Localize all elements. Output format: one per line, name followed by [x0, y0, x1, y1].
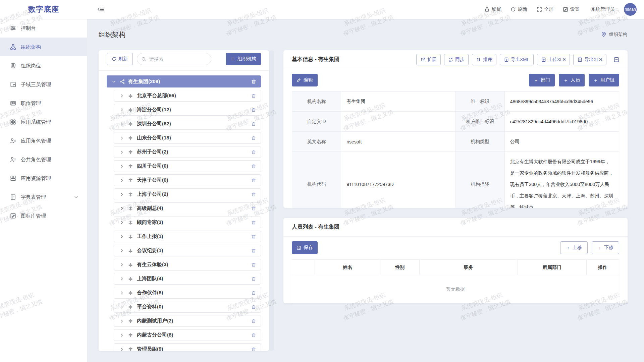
trash-icon[interactable]	[251, 220, 256, 225]
refresh-button[interactable]: 刷新	[107, 53, 133, 65]
drag-icon[interactable]	[128, 234, 133, 239]
sidebar-item[interactable]: 子域三员管理	[0, 75, 87, 94]
trash-icon[interactable]	[251, 305, 256, 309]
sidebar-item[interactable]: 应用系统管理	[0, 113, 87, 131]
header-action[interactable]: 设置	[563, 6, 580, 12]
tree-node[interactable]: 内蒙古分公司(8)	[114, 329, 261, 341]
toolbar-button[interactable]: 上传XLS	[537, 54, 570, 65]
header-action[interactable]: 锁屏	[484, 6, 501, 12]
trash-icon[interactable]	[251, 79, 256, 84]
drag-icon[interactable]	[128, 333, 133, 338]
tree-node[interactable]: 海淀分公司(12)	[114, 104, 261, 116]
tree-node[interactable]: 会议纪要(1)	[114, 245, 261, 256]
tree-node[interactable]: 苏州子公司(2)	[114, 146, 261, 158]
menu-fold-icon[interactable]	[97, 6, 104, 13]
tree-scrollbar[interactable]	[269, 50, 274, 351]
drag-icon[interactable]	[128, 319, 133, 323]
drag-icon[interactable]	[128, 178, 133, 183]
table-header-cell: 操作	[586, 260, 619, 275]
tree-node[interactable]: 四川子公司(0)	[114, 160, 261, 172]
drag-icon[interactable]	[128, 291, 133, 295]
tree-node[interactable]: 顾问专家(3)	[114, 217, 261, 228]
trash-icon[interactable]	[251, 347, 256, 351]
drag-icon[interactable]	[128, 122, 133, 126]
tree-node[interactable]: 合作伙伴(8)	[114, 287, 261, 299]
sidebar-item[interactable]: 字典表管理	[0, 188, 87, 206]
search-input[interactable]	[149, 56, 207, 62]
trash-icon[interactable]	[251, 333, 256, 338]
toolbar-button[interactable]: 同步	[444, 54, 469, 65]
sidebar-item[interactable]: 组织架构	[0, 38, 87, 56]
tree-node[interactable]: 深圳分公司(62)	[114, 118, 261, 130]
tree-node[interactable]: 工作上报(1)	[114, 231, 261, 242]
trash-icon[interactable]	[251, 277, 256, 281]
trash-icon[interactable]	[251, 319, 256, 323]
drag-icon[interactable]	[128, 220, 133, 225]
tree-node[interactable]: 管理员组(9)	[114, 343, 261, 351]
tree-node[interactable]: 高级副总(4)	[114, 202, 261, 214]
header-action[interactable]: 全屏	[537, 6, 553, 12]
move-down-button[interactable]: ↓ 下移	[592, 241, 619, 254]
tree-node[interactable]: 平台资料(0)	[114, 301, 261, 313]
trash-icon[interactable]	[251, 150, 256, 155]
trash-icon[interactable]	[251, 262, 256, 267]
toolbar-button[interactable]: 导出XML	[500, 54, 534, 65]
drag-icon[interactable]	[128, 347, 133, 351]
tree-node[interactable]: 上海团队(4)	[114, 273, 261, 285]
drag-icon[interactable]	[128, 277, 133, 281]
tree-node[interactable]: 山东分公司(18)	[114, 132, 261, 144]
header-action[interactable]: 系统管理员	[589, 6, 614, 12]
toolbar-button[interactable]: 导出XLS	[573, 54, 606, 65]
trash-icon[interactable]	[251, 206, 256, 211]
sidebar-item[interactable]: 控制台	[0, 19, 87, 38]
tree-node[interactable]: 上海子公司(2)	[114, 188, 261, 200]
drag-icon[interactable]	[128, 206, 133, 211]
trash-icon[interactable]	[251, 248, 256, 253]
drag-icon[interactable]	[128, 305, 133, 309]
org-structure-button[interactable]: 组织机构	[226, 53, 261, 65]
tree-node[interactable]: 内蒙测试用户(2)	[114, 315, 261, 327]
sidebar-item[interactable]: 公共角色管理	[0, 150, 87, 169]
sidebar-item[interactable]: 组织岗位	[0, 56, 87, 75]
header-action[interactable]: 刷新	[511, 6, 527, 12]
sidebar-item[interactable]: 应用角色管理	[0, 131, 87, 150]
drag-icon[interactable]	[128, 164, 133, 169]
trash-icon[interactable]	[251, 136, 256, 140]
sidebar-item[interactable]: 职位管理	[0, 94, 87, 113]
minus-square-icon[interactable]	[614, 57, 619, 62]
sidebar-item[interactable]: 图标库管理	[0, 206, 87, 225]
tree-root-node[interactable]: 有生集团(209)	[107, 75, 261, 87]
drag-icon[interactable]	[128, 136, 133, 140]
tree-node[interactable]: 北京平台总部(66)	[114, 90, 261, 102]
tree-node-label: 高级副总(4)	[137, 205, 163, 212]
trash-icon[interactable]	[251, 192, 256, 197]
add-button[interactable]: + 用户组	[589, 74, 619, 86]
tree-node[interactable]: 天津子公司(0)	[114, 174, 261, 186]
info-row: 自定义ID 租户唯一标识 c425281829dc4d4496dddf7fc01…	[292, 112, 619, 132]
trash-icon[interactable]	[251, 291, 256, 295]
drag-icon[interactable]	[128, 150, 133, 155]
drag-icon[interactable]	[128, 192, 133, 197]
chevron-right-icon	[119, 192, 124, 197]
drag-icon[interactable]	[128, 94, 133, 98]
avatar[interactable]: mMan	[624, 3, 637, 16]
save-button[interactable]: 保存	[292, 241, 318, 254]
trash-icon[interactable]	[251, 122, 256, 126]
add-button[interactable]: + 部门	[529, 74, 555, 86]
drag-icon[interactable]	[128, 248, 133, 253]
move-up-button[interactable]: ↑ 上移	[560, 241, 588, 254]
tree-node[interactable]: 有生云体验(3)	[114, 259, 261, 270]
trash-icon[interactable]	[251, 94, 256, 98]
trash-icon[interactable]	[251, 234, 256, 239]
toolbar-button[interactable]: 排序	[472, 54, 496, 65]
edit-button[interactable]: 编辑	[292, 74, 318, 86]
trash-icon[interactable]	[251, 164, 256, 169]
drag-icon[interactable]	[128, 262, 133, 267]
drag-icon[interactable]	[128, 108, 133, 112]
trash-icon[interactable]	[251, 178, 256, 183]
table-header-cell: 所属部门	[518, 260, 586, 275]
trash-icon[interactable]	[251, 108, 256, 112]
add-button[interactable]: + 人员	[559, 74, 585, 86]
toolbar-button[interactable]: 扩展	[416, 54, 441, 65]
sidebar-item[interactable]: 应用资源管理	[0, 169, 87, 188]
